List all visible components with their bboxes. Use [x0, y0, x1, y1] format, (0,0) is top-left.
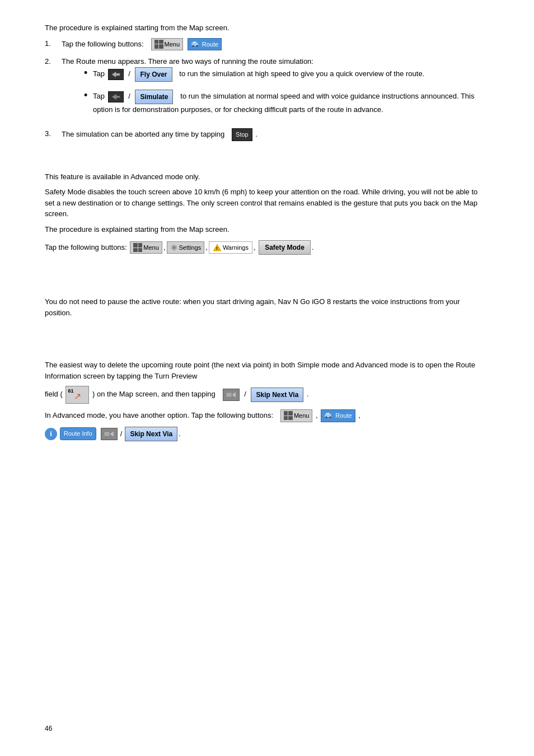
page-num-text: 46: [45, 725, 52, 732]
svg-point-2: [192, 45, 194, 46]
route-label: Route: [202, 40, 218, 49]
menu-btn-adv[interactable]: Menu: [280, 409, 313, 422]
step-2: 2. The Route menu appears. There are two…: [45, 56, 487, 123]
skip-icon-btn-2[interactable]: [101, 428, 118, 440]
slash-4: /: [120, 428, 123, 440]
comma-adv: ,: [316, 411, 318, 419]
tap-label-1: Tap: [93, 69, 105, 78]
stop-button[interactable]: Stop: [232, 128, 252, 141]
comma-3: ,: [254, 242, 256, 253]
simulate-arrow-icon: [108, 91, 124, 102]
safety-line2: Safety Mode disables the touch screen ab…: [45, 186, 487, 220]
grid-icon: [154, 40, 163, 49]
line2-mid: ) on the Map screen, and then tapping: [92, 390, 216, 398]
route-info-label: Route Info: [64, 429, 92, 438]
simulate-option: • Tap /: [84, 90, 487, 115]
delete-line2: field ( 61 ↗ ) on the Map screen, and th…: [45, 386, 487, 404]
bullet-dot: •: [84, 67, 93, 80]
period-4: .: [179, 428, 181, 440]
route-button[interactable]: Route: [188, 38, 222, 51]
spacer-2: [45, 268, 487, 296]
svg-point-3: [196, 45, 198, 46]
step-1: 1. Tap the following buttons: Menu: [45, 38, 487, 51]
step3-text: The simulation can be aborted any time b…: [62, 130, 224, 138]
stop-label: Stop: [236, 130, 249, 139]
numbered-list: 1. Tap the following buttons: Menu: [45, 38, 487, 141]
safety-line1: This feature is available in Advanced mo…: [45, 171, 487, 183]
safety-buttons-row: Tap the following buttons: Menu , Settin…: [45, 240, 487, 255]
step-1-num: 1.: [45, 38, 62, 49]
line3-pre: In Advanced mode, you have another optio…: [45, 411, 273, 419]
warning-icon: !: [213, 244, 222, 251]
svg-rect-15: [326, 413, 330, 415]
skip-next-via-label-2: Skip Next Via: [130, 429, 172, 439]
step2-text: The Route menu appears. There are two wa…: [62, 57, 313, 66]
step1-text: Tap the following buttons:: [62, 39, 144, 48]
route-btn-adv[interactable]: Route: [321, 409, 355, 422]
section-pause-route: You do not need to pause the active rout…: [45, 296, 487, 318]
svg-rect-11: [226, 393, 232, 397]
section-delete-via: The easiest way to delete the upcoming r…: [45, 360, 487, 441]
line2-pre: field (: [45, 390, 63, 398]
comma-2: ,: [205, 242, 208, 253]
safety-mode-btn[interactable]: Safety Mode: [259, 240, 311, 255]
grid-icon-adv: [284, 411, 293, 420]
route-info-wrapper: i Route Info: [45, 427, 97, 440]
pause-text: You do not need to pause the active rout…: [45, 296, 487, 318]
step-3-num: 3.: [45, 128, 62, 139]
period-3: .: [307, 390, 309, 398]
skip-icon-svg: [226, 390, 237, 399]
spacer-1: [45, 155, 487, 171]
advanced-mode-line: In Advanced mode, you have another optio…: [45, 409, 487, 422]
section1-intro: The procedure is explained starting from…: [45, 22, 487, 34]
menu-button[interactable]: Menu: [151, 38, 184, 51]
section-safety-mode: This feature is available in Advanced mo…: [45, 171, 487, 255]
period: .: [255, 130, 257, 138]
safety-mode-label: Safety Mode: [265, 242, 305, 253]
tap-following-label: Tap the following buttons:: [45, 242, 127, 253]
flyover-option: • Tap /: [84, 67, 487, 82]
period-2: .: [312, 242, 314, 253]
svg-point-17: [330, 417, 331, 418]
flyover-content: Tap / Fly Over: [93, 67, 424, 82]
comma-adv-2: ,: [358, 411, 360, 419]
grid-icon-safety: [133, 243, 142, 252]
settings-btn[interactable]: Settings: [167, 241, 205, 254]
step-1-content: Tap the following buttons: Menu: [62, 38, 223, 51]
skip-icon-btn[interactable]: [223, 389, 240, 401]
route-info-row: i Route Info / Skip Next Via .: [45, 427, 487, 441]
flyover-label: Fly Over: [140, 69, 167, 80]
simulate-content: Tap / Simulate: [93, 90, 487, 115]
slash-1: /: [128, 69, 130, 78]
settings-label: Settings: [179, 243, 202, 253]
warnings-label: Warnings: [223, 243, 249, 253]
tap-label-2: Tap: [93, 92, 105, 100]
turn-preview-arrow: ↗: [74, 390, 81, 403]
delete-line1: The easiest way to delete the upcoming r…: [45, 360, 487, 381]
skip-next-via-btn-1[interactable]: Skip Next Via: [251, 388, 303, 402]
step-3: 3. The simulation can be aborted any tim…: [45, 128, 487, 141]
route-icon: [191, 40, 201, 48]
turn-number: 61: [68, 388, 73, 395]
safety-line3: The procedure is explained starting from…: [45, 224, 487, 235]
svg-rect-1: [193, 41, 196, 44]
menu-label: Menu: [165, 40, 180, 49]
simulate-label: Simulate: [140, 92, 168, 102]
svg-marker-19: [110, 432, 113, 436]
route-info-btn[interactable]: Route Info: [60, 427, 96, 440]
step-2-num: 2.: [45, 56, 62, 67]
route-icon-adv: [324, 412, 334, 419]
skip-icon-svg-2: [104, 430, 115, 438]
flyover-button[interactable]: Fly Over: [135, 67, 172, 82]
warnings-btn[interactable]: ! Warnings: [209, 241, 252, 254]
settings-gear-icon: [170, 244, 178, 251]
svg-text:!: !: [216, 246, 218, 251]
slash-3: /: [244, 390, 246, 398]
turn-preview-field: 61 ↗: [65, 386, 89, 404]
skip-next-via-btn-2[interactable]: Skip Next Via: [125, 427, 177, 441]
slash-2: /: [128, 92, 130, 100]
page-content: The procedure is explained starting from…: [45, 22, 487, 441]
simulate-button[interactable]: Simulate: [135, 90, 173, 104]
menu-btn-safety[interactable]: Menu: [130, 241, 162, 254]
flyover-arrow-icon: [108, 69, 124, 80]
